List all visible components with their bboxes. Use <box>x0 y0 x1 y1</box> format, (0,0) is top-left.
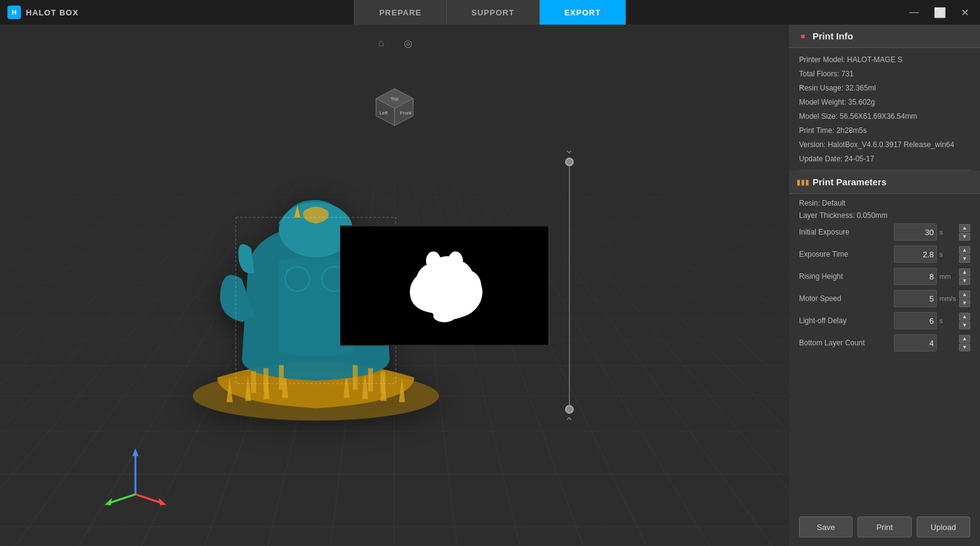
bottom-layer-count-label: Bottom Layer Count <box>799 339 894 347</box>
motor-speed-spinner: ▲ ▼ <box>959 291 970 307</box>
svg-point-26 <box>433 310 456 323</box>
light-off-delay-spinner: ▲ ▼ <box>959 313 970 329</box>
svg-point-24 <box>426 252 441 270</box>
initial-exposure-input[interactable] <box>894 223 937 241</box>
app-title: HALOT BOX <box>26 8 79 17</box>
print-button[interactable]: Print <box>857 516 911 537</box>
window-controls: — ⬜ ✕ <box>906 6 973 20</box>
initial-exposure-spinner: ▲ ▼ <box>959 224 970 241</box>
info-update-date: Update Date: 24-05-17 <box>799 153 970 164</box>
bottom-layer-count-up[interactable]: ▲ <box>959 335 970 343</box>
exposure-time-down[interactable]: ▼ <box>959 255 970 263</box>
print-info-header: ■ Print Info <box>789 25 980 48</box>
motor-speed-input[interactable] <box>894 290 937 307</box>
motor-speed-unit: mm/s <box>939 295 957 302</box>
model-silhouette <box>383 239 506 332</box>
svg-marker-23 <box>105 498 112 505</box>
slider-track[interactable] <box>569 158 570 414</box>
slider-thumb-bottom[interactable] <box>565 405 574 414</box>
motor-speed-input-group: mm/s ▲ ▼ <box>894 290 970 307</box>
svg-text:Left: Left <box>379 110 388 116</box>
viewport[interactable]: ⌂ ◎ Top Left Front <box>0 25 789 546</box>
tab-export[interactable]: EXPORT <box>540 0 626 25</box>
rising-height-down[interactable]: ▼ <box>959 277 970 285</box>
right-panel: ■ Print Info Printer Model: HALOT-MAGE S… <box>789 25 980 546</box>
rising-height-unit: mm <box>939 273 957 280</box>
motor-speed-row: Motor Speed mm/s ▲ ▼ <box>799 290 970 307</box>
vertical-slider[interactable]: ⌄ ⌃ <box>564 144 574 427</box>
info-total-floors: Total Floors: 731 <box>799 68 970 79</box>
orientation-cube[interactable]: Top Left Front <box>374 86 416 130</box>
rising-height-spinner: ▲ ▼ <box>959 268 970 285</box>
motor-speed-up[interactable]: ▲ <box>959 291 970 299</box>
exposure-time-unit: s <box>939 251 957 258</box>
print-info-block: Printer Model: HALOT-MAGE S Total Floors… <box>789 48 980 170</box>
rising-height-input[interactable] <box>894 268 937 285</box>
save-button[interactable]: Save <box>799 516 853 537</box>
svg-text:Top: Top <box>391 96 399 102</box>
initial-exposure-input-group: s ▲ ▼ <box>894 223 970 241</box>
bottom-layer-count-input-group: ▲ ▼ <box>894 334 970 351</box>
main-content: ⌂ ◎ Top Left Front <box>0 25 980 546</box>
titlebar-left: H HALOT BOX <box>7 6 79 19</box>
info-print-time: Print Time: 2h28m5s <box>799 125 970 136</box>
exposure-time-up[interactable]: ▲ <box>959 246 970 254</box>
print-info-title: Print Info <box>813 31 853 41</box>
info-printer-model: Printer Model: HALOT-MAGE S <box>799 54 970 65</box>
params-block: Resin: Default Layer Thickness: 0.050mm … <box>789 194 980 361</box>
info-model-weight: Model Weight: 35.602g <box>799 97 970 108</box>
nav-tabs: PREPARE SUPPORT EXPORT <box>354 0 626 25</box>
info-resin-usage: Resin Usage: 32.365ml <box>799 82 970 94</box>
axis-group <box>105 445 166 509</box>
svg-point-25 <box>448 252 463 270</box>
print-info-icon: ■ <box>798 31 808 41</box>
upload-button[interactable]: Upload <box>917 516 970 537</box>
light-off-delay-unit: s <box>939 317 957 324</box>
initial-exposure-label: Initial Exposure <box>799 228 894 236</box>
bottom-layer-count-spinner: ▲ ▼ <box>959 335 970 351</box>
bottom-layer-count-row: Bottom Layer Count ▲ ▼ <box>799 334 970 351</box>
svg-marker-19 <box>132 448 139 456</box>
bottom-layer-count-input[interactable] <box>894 334 937 351</box>
exposure-time-label: Exposure Time <box>799 250 894 259</box>
preview-box <box>340 225 549 345</box>
light-off-delay-down[interactable]: ▼ <box>959 321 970 329</box>
motor-speed-down[interactable]: ▼ <box>959 299 970 307</box>
light-off-delay-label: Light-off Delay <box>799 316 894 325</box>
info-version: Version: HalotBox_V4.6.0.3917 Release_wi… <box>799 139 970 150</box>
slider-thumb-top[interactable] <box>565 158 574 166</box>
home-icon[interactable]: ⌂ <box>372 34 390 52</box>
minimize-button[interactable]: — <box>906 6 923 19</box>
rising-height-up[interactable]: ▲ <box>959 268 970 276</box>
slider-down-arrow[interactable]: ⌃ <box>564 416 574 427</box>
rising-height-input-group: mm ▲ ▼ <box>894 268 970 285</box>
bottom-layer-count-down[interactable]: ▼ <box>959 343 970 351</box>
initial-exposure-row: Initial Exposure s ▲ ▼ <box>799 223 970 241</box>
rising-height-label: Rising Height <box>799 272 894 281</box>
tab-prepare[interactable]: PREPARE <box>354 0 447 25</box>
action-buttons: Save Print Upload <box>789 508 980 546</box>
initial-exposure-down[interactable]: ▼ <box>959 233 970 241</box>
svg-text:Front: Front <box>400 110 412 116</box>
exposure-time-spinner: ▲ ▼ <box>959 246 970 263</box>
info-model-size: Model Size: 56.56X61.69X36.54mm <box>799 111 970 122</box>
print-params-icon: ▮▮▮ <box>798 177 808 187</box>
light-off-delay-input[interactable] <box>894 312 937 329</box>
slider-up-arrow[interactable]: ⌄ <box>564 144 574 155</box>
initial-exposure-up[interactable]: ▲ <box>959 224 970 232</box>
tab-support[interactable]: SUPPORT <box>447 0 540 25</box>
close-button[interactable]: ✕ <box>957 6 973 20</box>
app-logo: H <box>7 6 21 19</box>
maximize-button[interactable]: ⬜ <box>930 6 950 20</box>
print-params-title: Print Parameters <box>813 177 886 187</box>
exposure-time-row: Exposure Time s ▲ ▼ <box>799 246 970 263</box>
print-params-header: ▮▮▮ Print Parameters <box>789 171 980 194</box>
exposure-time-input[interactable] <box>894 246 937 263</box>
motor-speed-label: Motor Speed <box>799 294 894 303</box>
exposure-time-input-group: s ▲ ▼ <box>894 246 970 263</box>
titlebar: H HALOT BOX PREPARE SUPPORT EXPORT — ⬜ ✕ <box>0 0 980 25</box>
eye-icon[interactable]: ◎ <box>400 34 417 52</box>
light-off-delay-up[interactable]: ▲ <box>959 313 970 321</box>
svg-marker-21 <box>159 498 166 505</box>
light-off-delay-input-group: s ▲ ▼ <box>894 312 970 329</box>
